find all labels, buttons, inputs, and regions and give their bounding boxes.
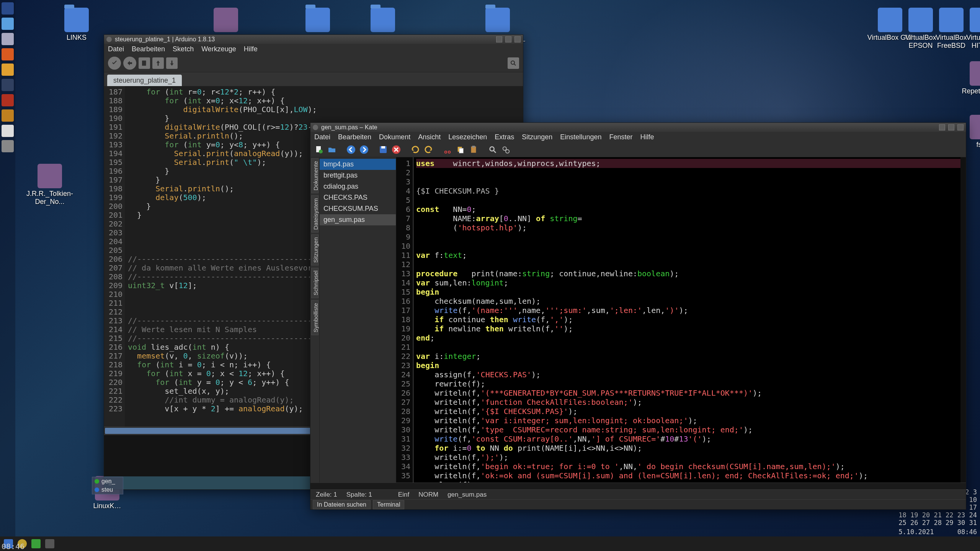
dock-app-icon[interactable] [2,140,14,152]
doclist-item[interactable]: cdialog.pas [320,181,396,192]
kate-code[interactable]: uses wincrt,windos,winprocs,wintypes; {$… [414,157,960,483]
taskbar-app-icon[interactable] [45,539,54,548]
menu-extras[interactable]: Extras [495,133,514,141]
kate-minimap[interactable] [960,157,966,483]
dock-app-icon[interactable] [2,33,14,45]
dock-app-icon[interactable] [2,18,14,30]
menu-tools[interactable]: Werkzeuge [201,45,236,53]
calendar-clock: 08:46 [957,528,977,536]
app-icon [214,8,238,32]
close-icon[interactable] [391,144,402,155]
menu-document[interactable]: Dokument [379,133,410,141]
dock-app-icon[interactable] [2,48,14,60]
menu-help[interactable]: Hilfe [244,45,258,53]
svg-rect-14 [472,145,475,147]
doclist-item[interactable]: CHECKSUM.PAS [320,203,396,214]
minimize-button[interactable] [939,124,945,130]
forward-icon[interactable] [359,144,369,155]
kate-doclist[interactable]: bmp4.pasbrettgit.pascdialog.pasCHECKS.PA… [320,157,396,483]
new-button[interactable] [139,57,150,69]
close-button[interactable] [514,36,521,42]
kate-gutter: 1 2 3 4 5 6 7 8 9 10 11 12 13 14 15 16 1… [396,157,414,483]
svg-point-10 [448,151,451,153]
sidetab-filesystem[interactable]: Dateisystem [311,196,318,233]
desktop-icon-label: RepetierHost [962,87,980,95]
menu-bookmarks[interactable]: Lesezeichen [448,133,487,141]
maximize-button[interactable] [505,36,511,42]
svg-rect-7 [381,146,385,148]
sidetab-documents[interactable]: Dokumente [311,158,318,193]
desktop-icon[interactable]: RepetierHost [955,61,980,95]
menu-window[interactable]: Fenster [609,133,632,141]
status-ins: Einf [398,491,409,499]
paste-icon[interactable] [468,144,479,155]
desktop-icon[interactable]: VirtualBox HITEC [955,8,980,50]
kate-sidetabs: Dokumente Dateisystem Sitzungen Schnipse… [310,157,320,483]
verify-button[interactable] [108,57,121,70]
dock-app-icon[interactable] [2,109,14,122]
arduino-toolbar [104,54,523,72]
kate-titlebar[interactable]: gen_sum.pas – Kate [310,123,966,132]
dock-app-icon[interactable] [2,94,14,106]
menu-file[interactable]: Datei [314,133,330,141]
desktop-icon[interactable]: LINKS [50,8,103,42]
arduino-titlebar[interactable]: steuerung_platine_1 | Arduino 1.8.13 [104,35,523,44]
menu-edit[interactable]: Bearbeiten [132,45,165,53]
menu-sketch[interactable]: Sketch [173,45,194,53]
sidetab-snippets[interactable]: Schnipsel [311,268,318,298]
open-button[interactable] [152,57,164,69]
taskbar-app-icon[interactable] [31,539,41,548]
menu-view[interactable]: Ansicht [418,133,441,141]
taskbar-window-list[interactable]: gen_ steu [92,477,123,494]
dock-app-icon[interactable] [2,79,14,91]
upload-button[interactable] [123,57,136,70]
kate-hscrollbar[interactable] [310,483,966,489]
dock-app-icon[interactable] [2,2,14,15]
doclist-item[interactable]: bmp4.pas [320,159,396,170]
doclist-item[interactable]: gen_sum.pas [320,214,396,225]
find-replace-icon[interactable] [500,144,511,155]
redo-icon[interactable] [423,144,434,155]
menu-settings[interactable]: Einstellungen [560,133,601,141]
menu-help[interactable]: Hilfe [640,133,654,141]
kate-title: gen_sum.pas – Kate [321,124,936,131]
new-file-icon[interactable] [314,144,324,155]
clock: 08:46 [2,542,24,551]
desktop-icon[interactable]: J.R.R._Tolkien-Der_No... [23,164,77,206]
sketch-tab[interactable]: steuerung_platine_1 [107,75,182,86]
svg-rect-12 [459,148,463,153]
find-icon[interactable] [487,144,498,155]
close-button[interactable] [957,124,964,130]
window-menu-icon[interactable] [313,125,318,130]
save-button[interactable] [166,57,178,69]
dock-app-icon[interactable] [2,125,14,137]
status-file: gen_sum.pas [448,491,487,499]
menu-sessions[interactable]: Sitzungen [522,133,552,141]
doclist-item[interactable]: brettgit.pas [320,170,396,181]
back-icon[interactable] [346,144,356,155]
undo-icon[interactable] [410,144,421,155]
copy-icon[interactable] [455,144,466,155]
dock-app-icon[interactable] [2,64,14,76]
bottomtab-find-in-files[interactable]: In Dateien suchen [313,500,371,509]
app-icon [970,61,980,86]
taskbar[interactable] [0,536,980,551]
window-menu-icon[interactable] [106,37,112,42]
minimize-button[interactable] [496,36,502,42]
kate-editor[interactable]: 1 2 3 4 5 6 7 8 9 10 11 12 13 14 15 16 1… [396,157,966,483]
arduino-menubar[interactable]: Datei Bearbeiten Sketch Werkzeuge Hilfe [104,44,523,54]
open-file-icon[interactable] [327,144,337,155]
kate-menubar[interactable]: Datei Bearbeiten Dokument Ansicht Leseze… [310,132,966,142]
cut-icon[interactable] [442,144,453,155]
bottomtab-terminal[interactable]: Terminal [373,500,404,509]
sidetab-sessions[interactable]: Sitzungen [311,235,318,266]
doclist-item[interactable]: CHECKS.PAS [320,192,396,203]
menu-edit[interactable]: Bearbeiten [338,133,371,141]
svg-point-16 [503,147,506,150]
save-icon[interactable] [378,144,389,155]
menu-file[interactable]: Datei [108,45,124,53]
kate-window: gen_sum.pas – Kate Datei Bearbeiten Doku… [310,122,966,510]
maximize-button[interactable] [948,124,954,130]
sidetab-symbols[interactable]: Symbolliste [311,300,318,335]
serial-monitor-button[interactable] [508,57,519,69]
